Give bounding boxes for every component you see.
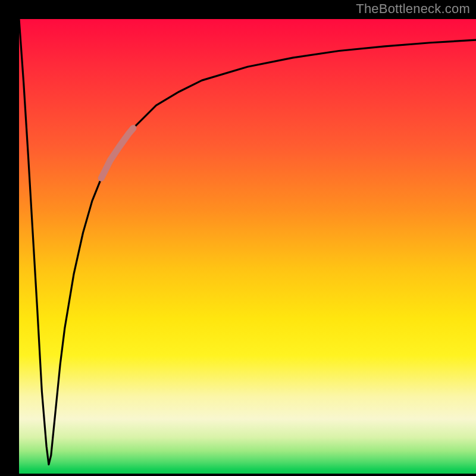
chart-svg — [19, 19, 476, 474]
bottleneck-curve — [19, 19, 476, 465]
watermark-text: TheBottleneck.com — [356, 1, 470, 17]
chart-frame: TheBottleneck.com — [0, 0, 476, 476]
highlight-segment — [101, 128, 133, 178]
